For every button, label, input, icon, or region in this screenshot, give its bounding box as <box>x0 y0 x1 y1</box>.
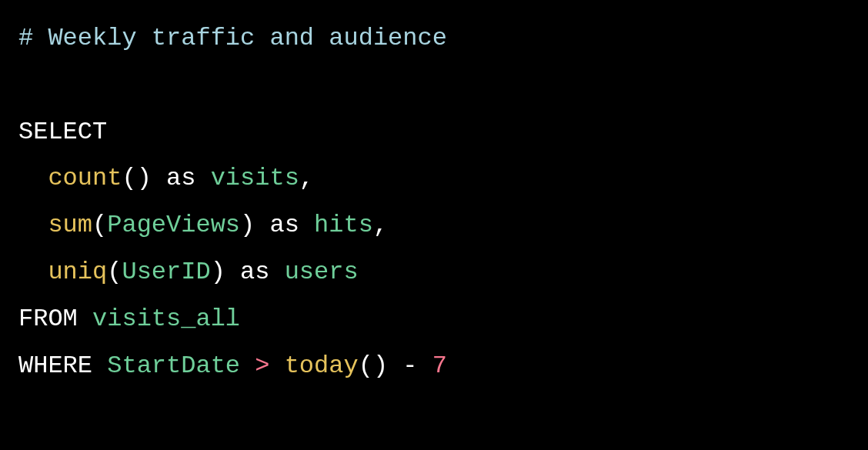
fn-today: today <box>285 352 359 380</box>
keyword-from: FROM <box>18 305 92 333</box>
fn-sum: sum <box>48 211 92 239</box>
keyword-where: WHERE <box>18 352 107 380</box>
op-gt: > <box>240 352 285 380</box>
col-userid: UserID <box>122 258 210 286</box>
table-visits-all: visits_all <box>92 305 240 333</box>
fn-count: count <box>48 164 122 192</box>
fn-uniq: uniq <box>48 258 107 286</box>
alias-hits: hits <box>314 211 373 239</box>
literal-seven: 7 <box>432 352 447 380</box>
col-pageviews: PageViews <box>107 211 240 239</box>
comment-line: # Weekly traffic and audience <box>18 24 447 52</box>
alias-users: users <box>285 258 359 286</box>
col-startdate: StartDate <box>107 352 240 380</box>
alias-visits: visits <box>211 164 299 192</box>
code-block: # Weekly traffic and audience SELECT cou… <box>18 15 850 389</box>
keyword-select: SELECT <box>18 118 107 146</box>
op-minus: - <box>388 352 432 380</box>
